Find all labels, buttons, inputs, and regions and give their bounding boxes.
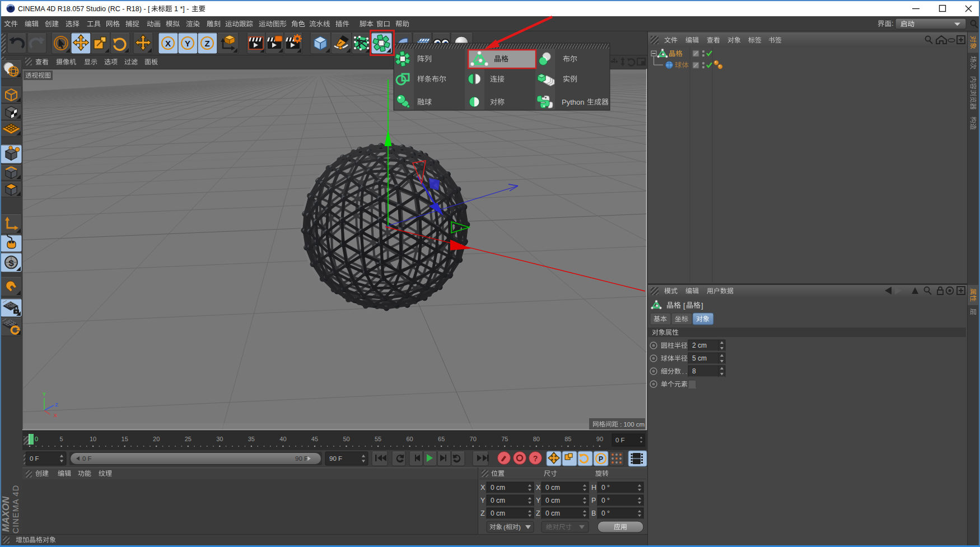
svg-text:35: 35 bbox=[248, 436, 255, 442]
svg-text:MAXON: MAXON bbox=[1, 496, 11, 532]
svg-text:30: 30 bbox=[216, 436, 223, 442]
svg-text:75: 75 bbox=[501, 436, 508, 442]
svg-text:CINEMA 4D: CINEMA 4D bbox=[11, 485, 20, 534]
svg-text:50: 50 bbox=[343, 436, 349, 442]
svg-text:X: X bbox=[480, 484, 486, 492]
svg-text:Z: Z bbox=[204, 39, 209, 48]
svg-text:0 F: 0 F bbox=[615, 437, 625, 443]
svg-text:X: X bbox=[536, 484, 541, 492]
svg-text:0 cm: 0 cm bbox=[545, 497, 560, 504]
svg-text:90: 90 bbox=[596, 436, 603, 442]
svg-text:Y: Y bbox=[43, 391, 46, 397]
svg-text:0: 0 bbox=[35, 436, 38, 442]
svg-text:Z: Z bbox=[480, 509, 485, 517]
svg-text:0 cm: 0 cm bbox=[491, 484, 505, 492]
svg-text:0 cm: 0 cm bbox=[545, 484, 560, 492]
svg-text:X: X bbox=[165, 39, 171, 48]
svg-text:P: P bbox=[599, 455, 603, 463]
svg-text:0 °: 0 ° bbox=[601, 509, 610, 517]
svg-text:): ) bbox=[519, 524, 521, 531]
svg-text:CINEMA 4D R18.057 Studio (RC -: CINEMA 4D R18.057 Studio (RC - R18) - [ bbox=[18, 5, 150, 13]
svg-text:65: 65 bbox=[438, 436, 445, 442]
svg-text:0 cm: 0 cm bbox=[545, 509, 560, 517]
svg-text:0 F: 0 F bbox=[82, 455, 92, 462]
svg-text:60: 60 bbox=[406, 436, 413, 442]
svg-text:8: 8 bbox=[692, 367, 696, 375]
svg-text:5: 5 bbox=[59, 436, 63, 442]
svg-text:Y: Y bbox=[480, 497, 486, 504]
svg-text:85: 85 bbox=[564, 436, 571, 442]
svg-text:20: 20 bbox=[153, 436, 160, 442]
svg-text:Python: Python bbox=[562, 98, 584, 106]
svg-text:90 F: 90 F bbox=[329, 455, 342, 462]
svg-text:?: ? bbox=[533, 454, 538, 463]
svg-text:0 °: 0 ° bbox=[601, 497, 610, 504]
svg-text:25: 25 bbox=[185, 436, 192, 442]
svg-text:X: X bbox=[54, 412, 58, 418]
svg-text:70: 70 bbox=[470, 436, 477, 442]
svg-text:2 cm: 2 cm bbox=[692, 342, 707, 349]
svg-text:Z: Z bbox=[536, 509, 540, 517]
svg-text:40: 40 bbox=[279, 436, 286, 442]
svg-text:15: 15 bbox=[122, 436, 128, 442]
svg-text:55: 55 bbox=[375, 436, 381, 442]
svg-text:Y: Y bbox=[185, 39, 190, 48]
svg-text:Y: Y bbox=[536, 497, 541, 504]
svg-text:H: H bbox=[591, 484, 596, 492]
svg-text:]: ] bbox=[701, 301, 703, 310]
svg-text:S: S bbox=[8, 258, 14, 268]
svg-text:: 100 cm: : 100 cm bbox=[620, 421, 645, 428]
svg-text:45: 45 bbox=[311, 436, 318, 442]
svg-text::: : bbox=[892, 20, 893, 27]
svg-text:Z: Z bbox=[55, 401, 58, 408]
svg-text:5 cm: 5 cm bbox=[692, 354, 707, 362]
svg-text:80: 80 bbox=[533, 436, 540, 442]
svg-text:(: ( bbox=[503, 524, 506, 531]
svg-text:10: 10 bbox=[90, 436, 96, 442]
svg-text:. .: . . bbox=[682, 368, 687, 375]
svg-text:0 °: 0 ° bbox=[601, 484, 610, 492]
svg-text:0 cm: 0 cm bbox=[491, 497, 505, 504]
svg-text:[: [ bbox=[683, 301, 685, 310]
svg-text:P: P bbox=[591, 497, 596, 504]
svg-text:0 F: 0 F bbox=[30, 455, 39, 462]
svg-text:B: B bbox=[591, 509, 596, 517]
svg-text:90 F: 90 F bbox=[295, 455, 308, 462]
svg-text:0 cm: 0 cm bbox=[491, 509, 505, 517]
svg-text:1 *] -: 1 *] - bbox=[174, 5, 189, 13]
